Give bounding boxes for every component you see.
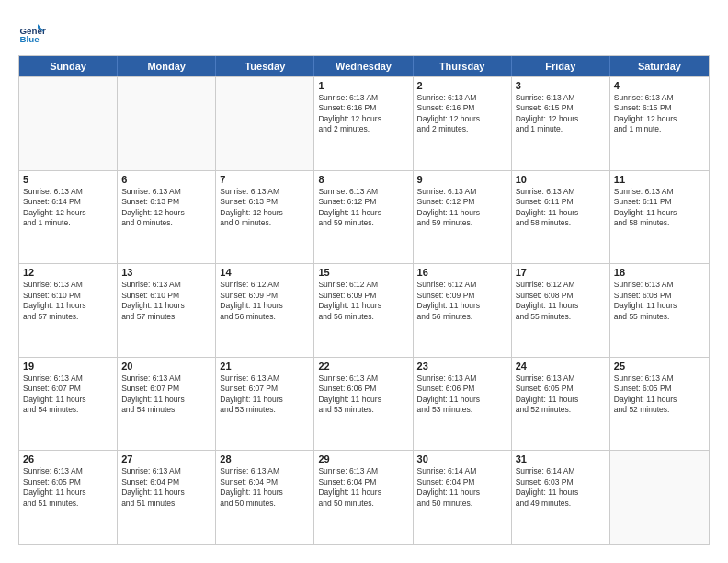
cell-info: Sunrise: 6:13 AM Sunset: 6:07 PM Dayligh… — [23, 373, 113, 416]
day-number: 1 — [318, 80, 408, 91]
day-number: 16 — [417, 267, 507, 278]
calendar-cell: 19Sunrise: 6:13 AM Sunset: 6:07 PM Dayli… — [19, 358, 118, 451]
cell-info: Sunrise: 6:13 AM Sunset: 6:14 PM Dayligh… — [23, 187, 113, 229]
day-number: 9 — [417, 174, 507, 185]
calendar-cell: 29Sunrise: 6:13 AM Sunset: 6:04 PM Dayli… — [314, 451, 413, 544]
calendar-row-3: 12Sunrise: 6:13 AM Sunset: 6:10 PM Dayli… — [19, 263, 709, 357]
cell-info: Sunrise: 6:13 AM Sunset: 6:15 PM Dayligh… — [614, 93, 705, 135]
day-number: 17 — [516, 267, 606, 278]
cell-info: Sunrise: 6:13 AM Sunset: 6:05 PM Dayligh… — [23, 466, 113, 509]
day-number: 20 — [121, 361, 211, 372]
calendar-cell: 4Sunrise: 6:13 AM Sunset: 6:15 PM Daylig… — [610, 77, 709, 170]
cell-info: Sunrise: 6:13 AM Sunset: 6:07 PM Dayligh… — [121, 373, 211, 416]
day-number: 24 — [516, 361, 606, 372]
cell-info: Sunrise: 6:13 AM Sunset: 6:04 PM Dayligh… — [220, 466, 310, 509]
calendar-cell — [118, 77, 216, 170]
day-number: 10 — [516, 174, 606, 185]
calendar-cell: 23Sunrise: 6:13 AM Sunset: 6:06 PM Dayli… — [414, 358, 512, 451]
day-number: 30 — [417, 454, 507, 465]
calendar-cell: 28Sunrise: 6:13 AM Sunset: 6:04 PM Dayli… — [216, 451, 314, 544]
cell-info: Sunrise: 6:13 AM Sunset: 6:11 PM Dayligh… — [614, 187, 705, 229]
calendar-cell: 22Sunrise: 6:13 AM Sunset: 6:06 PM Dayli… — [314, 358, 413, 451]
calendar-cell: 13Sunrise: 6:13 AM Sunset: 6:10 PM Dayli… — [118, 264, 216, 357]
weekday-header-wednesday: Wednesday — [314, 56, 413, 76]
calendar-cell: 3Sunrise: 6:13 AM Sunset: 6:15 PM Daylig… — [512, 77, 610, 170]
day-number: 18 — [614, 267, 705, 278]
calendar-row-5: 26Sunrise: 6:13 AM Sunset: 6:05 PM Dayli… — [19, 450, 709, 544]
logo: General Blue — [18, 18, 50, 46]
day-number: 14 — [220, 267, 310, 278]
day-number: 12 — [23, 267, 113, 278]
cell-info: Sunrise: 6:13 AM Sunset: 6:16 PM Dayligh… — [417, 93, 507, 135]
day-number: 3 — [516, 80, 606, 91]
calendar-body: 1Sunrise: 6:13 AM Sunset: 6:16 PM Daylig… — [19, 76, 709, 544]
calendar-cell: 6Sunrise: 6:13 AM Sunset: 6:13 PM Daylig… — [118, 171, 216, 264]
page-header: General Blue — [18, 18, 710, 46]
svg-text:Blue: Blue — [20, 34, 40, 44]
calendar-row-1: 1Sunrise: 6:13 AM Sunset: 6:16 PM Daylig… — [19, 76, 709, 170]
calendar-cell: 18Sunrise: 6:13 AM Sunset: 6:08 PM Dayli… — [610, 264, 709, 357]
day-number: 23 — [417, 361, 507, 372]
logo-icon: General Blue — [18, 18, 46, 46]
cell-info: Sunrise: 6:13 AM Sunset: 6:06 PM Dayligh… — [318, 373, 408, 416]
weekday-header-monday: Monday — [118, 56, 216, 76]
cell-info: Sunrise: 6:13 AM Sunset: 6:13 PM Dayligh… — [121, 187, 211, 229]
day-number: 2 — [417, 80, 507, 91]
calendar-cell: 16Sunrise: 6:12 AM Sunset: 6:09 PM Dayli… — [414, 264, 512, 357]
day-number: 28 — [220, 454, 310, 465]
cell-info: Sunrise: 6:13 AM Sunset: 6:15 PM Dayligh… — [516, 93, 606, 135]
calendar-cell: 20Sunrise: 6:13 AM Sunset: 6:07 PM Dayli… — [118, 358, 216, 451]
cell-info: Sunrise: 6:13 AM Sunset: 6:16 PM Dayligh… — [318, 93, 408, 135]
calendar-cell: 1Sunrise: 6:13 AM Sunset: 6:16 PM Daylig… — [314, 77, 413, 170]
calendar-cell: 30Sunrise: 6:14 AM Sunset: 6:04 PM Dayli… — [414, 451, 512, 544]
day-number: 25 — [614, 361, 705, 372]
calendar-cell — [216, 77, 314, 170]
calendar: SundayMondayTuesdayWednesdayThursdayFrid… — [18, 55, 710, 545]
day-number: 19 — [23, 361, 113, 372]
cell-info: Sunrise: 6:13 AM Sunset: 6:12 PM Dayligh… — [318, 187, 408, 229]
weekday-header-sunday: Sunday — [19, 56, 118, 76]
day-number: 22 — [318, 361, 408, 372]
calendar-cell: 21Sunrise: 6:13 AM Sunset: 6:07 PM Dayli… — [216, 358, 314, 451]
day-number: 11 — [614, 174, 705, 185]
cell-info: Sunrise: 6:12 AM Sunset: 6:09 PM Dayligh… — [220, 280, 310, 322]
day-number: 13 — [121, 267, 211, 278]
calendar-cell: 24Sunrise: 6:13 AM Sunset: 6:05 PM Dayli… — [512, 358, 610, 451]
cell-info: Sunrise: 6:12 AM Sunset: 6:09 PM Dayligh… — [417, 280, 507, 322]
cell-info: Sunrise: 6:12 AM Sunset: 6:09 PM Dayligh… — [318, 280, 408, 322]
cell-info: Sunrise: 6:13 AM Sunset: 6:10 PM Dayligh… — [23, 280, 113, 322]
calendar-cell: 11Sunrise: 6:13 AM Sunset: 6:11 PM Dayli… — [610, 171, 709, 264]
calendar-cell: 31Sunrise: 6:14 AM Sunset: 6:03 PM Dayli… — [512, 451, 610, 544]
weekday-header-tuesday: Tuesday — [216, 56, 314, 76]
day-number: 7 — [220, 174, 310, 185]
day-number: 6 — [121, 174, 211, 185]
day-number: 29 — [318, 454, 408, 465]
calendar-cell: 7Sunrise: 6:13 AM Sunset: 6:13 PM Daylig… — [216, 171, 314, 264]
cell-info: Sunrise: 6:13 AM Sunset: 6:07 PM Dayligh… — [220, 373, 310, 416]
weekday-header-saturday: Saturday — [610, 56, 709, 76]
calendar-row-2: 5Sunrise: 6:13 AM Sunset: 6:14 PM Daylig… — [19, 170, 709, 264]
day-number: 8 — [318, 174, 408, 185]
calendar-cell: 2Sunrise: 6:13 AM Sunset: 6:16 PM Daylig… — [414, 77, 512, 170]
calendar-cell: 8Sunrise: 6:13 AM Sunset: 6:12 PM Daylig… — [314, 171, 413, 264]
cell-info: Sunrise: 6:13 AM Sunset: 6:13 PM Dayligh… — [220, 187, 310, 229]
day-number: 4 — [614, 80, 705, 91]
calendar-cell: 9Sunrise: 6:13 AM Sunset: 6:12 PM Daylig… — [414, 171, 512, 264]
calendar-cell: 17Sunrise: 6:12 AM Sunset: 6:08 PM Dayli… — [512, 264, 610, 357]
calendar-cell: 15Sunrise: 6:12 AM Sunset: 6:09 PM Dayli… — [314, 264, 413, 357]
calendar-cell — [19, 77, 118, 170]
cell-info: Sunrise: 6:12 AM Sunset: 6:08 PM Dayligh… — [516, 280, 606, 322]
cell-info: Sunrise: 6:13 AM Sunset: 6:10 PM Dayligh… — [121, 280, 211, 322]
cell-info: Sunrise: 6:13 AM Sunset: 6:04 PM Dayligh… — [318, 466, 408, 509]
calendar-cell: 27Sunrise: 6:13 AM Sunset: 6:04 PM Dayli… — [118, 451, 216, 544]
cell-info: Sunrise: 6:14 AM Sunset: 6:04 PM Dayligh… — [417, 466, 507, 509]
cell-info: Sunrise: 6:13 AM Sunset: 6:08 PM Dayligh… — [614, 280, 705, 322]
day-number: 27 — [121, 454, 211, 465]
day-number: 15 — [318, 267, 408, 278]
day-number: 21 — [220, 361, 310, 372]
cell-info: Sunrise: 6:13 AM Sunset: 6:05 PM Dayligh… — [614, 373, 705, 416]
cell-info: Sunrise: 6:13 AM Sunset: 6:12 PM Dayligh… — [417, 187, 507, 229]
cell-info: Sunrise: 6:13 AM Sunset: 6:06 PM Dayligh… — [417, 373, 507, 416]
day-number: 26 — [23, 454, 113, 465]
calendar-row-4: 19Sunrise: 6:13 AM Sunset: 6:07 PM Dayli… — [19, 357, 709, 451]
